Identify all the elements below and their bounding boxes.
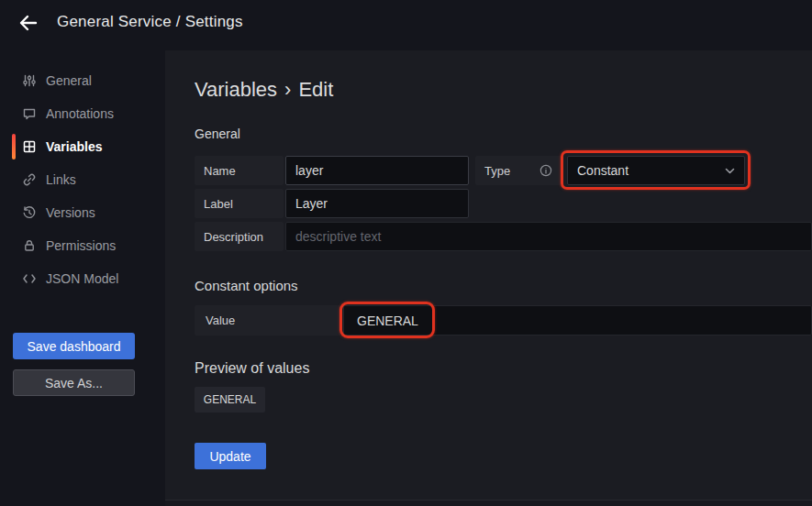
sidebar-item-label: General bbox=[46, 73, 92, 88]
type-field-label-text: Type bbox=[484, 164, 510, 178]
sidebar-item-links[interactable]: Links bbox=[0, 163, 165, 196]
comment-icon bbox=[22, 106, 37, 121]
sliders-icon bbox=[22, 73, 37, 88]
value-input[interactable] bbox=[343, 305, 812, 336]
sidebar-item-versions[interactable]: Versions bbox=[0, 196, 165, 229]
history-icon bbox=[22, 205, 37, 220]
breadcrumb-separator: › bbox=[284, 78, 291, 101]
info-icon[interactable] bbox=[539, 164, 552, 177]
sidebar-item-label: JSON Model bbox=[46, 271, 118, 286]
value-field-label: Value bbox=[195, 305, 341, 336]
settings-nav: General Annotations Variables bbox=[0, 64, 165, 295]
preview-value-chip: GENERAL bbox=[195, 387, 265, 412]
settings-sidebar: General Annotations Variables bbox=[0, 50, 165, 506]
bottom-strip bbox=[165, 500, 812, 506]
label-field-label: Label bbox=[195, 189, 284, 218]
type-field-label: Type bbox=[475, 156, 562, 185]
sidebar-item-label: Links bbox=[46, 172, 76, 187]
sidebar-item-general[interactable]: General bbox=[0, 64, 165, 97]
sidebar-item-variables[interactable]: Variables bbox=[0, 130, 165, 163]
chevron-down-icon bbox=[725, 168, 735, 174]
sidebar-item-label: Permissions bbox=[46, 238, 116, 253]
description-field-label: Description bbox=[195, 222, 284, 251]
sidebar-item-annotations[interactable]: Annotations bbox=[0, 97, 165, 130]
back-button[interactable] bbox=[15, 10, 42, 36]
code-brackets-icon bbox=[22, 271, 37, 286]
breadcrumb-page: Edit bbox=[298, 78, 333, 101]
sidebar-item-label: Annotations bbox=[46, 106, 114, 121]
type-select-value: Constant bbox=[577, 163, 628, 178]
preview-heading: Preview of values bbox=[195, 360, 309, 377]
variables-edit-panel: Variables›Edit General Name Type Constan… bbox=[165, 50, 812, 506]
name-field-label: Name bbox=[195, 156, 284, 185]
update-button[interactable]: Update bbox=[195, 443, 266, 469]
label-input[interactable] bbox=[285, 189, 469, 218]
general-section-heading: General bbox=[195, 126, 240, 141]
breadcrumb: Variables›Edit bbox=[195, 78, 333, 102]
topbar: General Service / Settings bbox=[0, 0, 812, 50]
sidebar-item-json-model[interactable]: JSON Model bbox=[0, 262, 165, 295]
sidebar-item-permissions[interactable]: Permissions bbox=[0, 229, 165, 262]
save-dashboard-button[interactable]: Save dashboard bbox=[13, 333, 135, 359]
lock-icon bbox=[22, 238, 37, 253]
selected-indicator-bar bbox=[12, 134, 16, 160]
type-select[interactable]: Constant bbox=[567, 156, 745, 185]
sidebar-item-label: Variables bbox=[46, 139, 103, 154]
breadcrumb-section: Variables bbox=[195, 78, 277, 101]
sidebar-item-label: Versions bbox=[46, 205, 95, 220]
link-icon bbox=[22, 172, 37, 187]
grid-icon bbox=[22, 139, 37, 154]
name-input[interactable] bbox=[285, 156, 469, 185]
page-title: General Service / Settings bbox=[57, 13, 243, 31]
constant-options-heading: Constant options bbox=[195, 278, 298, 293]
arrow-left-icon bbox=[17, 12, 39, 34]
save-as-button[interactable]: Save As... bbox=[13, 369, 135, 396]
description-input[interactable] bbox=[285, 222, 812, 251]
